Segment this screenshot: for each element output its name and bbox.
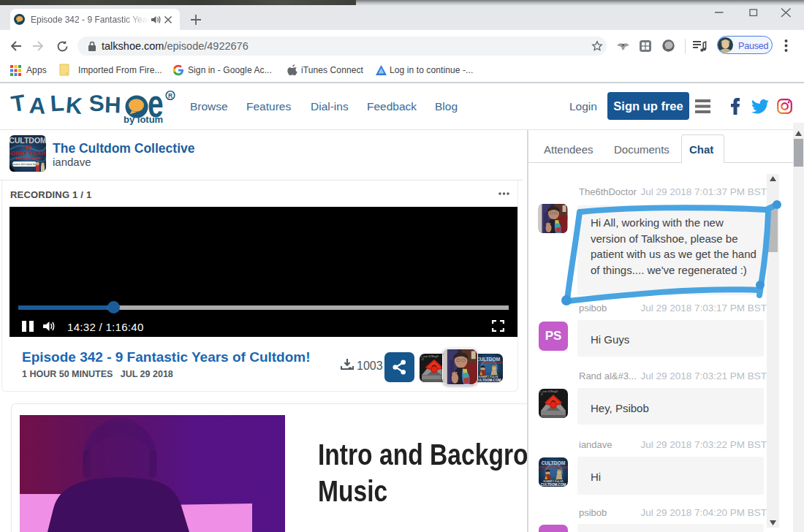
svg-text:Trousers, let's wear them: Trousers, let's wear them [10, 163, 39, 166]
svg-text:R: R [168, 92, 172, 99]
svg-text:by iotum: by iotum [124, 114, 163, 125]
svg-text:T: T [10, 90, 27, 118]
svg-text:AND MANY MORE: AND MANY MORE [15, 156, 41, 160]
svg-text:K: K [65, 92, 84, 119]
svg-text:SORRY YEARS: SORRY YEARS [10, 150, 46, 156]
svg-text:A: A [29, 92, 46, 118]
svg-text:H: H [104, 92, 121, 118]
svg-text:L: L [50, 90, 65, 116]
svg-text:S: S [88, 90, 105, 116]
